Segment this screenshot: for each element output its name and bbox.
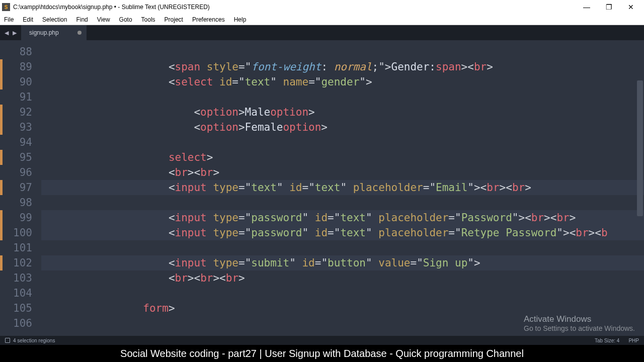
line-number: 88 <box>0 44 32 59</box>
menu-find[interactable]: Find <box>76 16 88 23</box>
code-line[interactable]: <input type="password" id="text" placeho… <box>41 225 644 240</box>
nav-arrows: ◀ ▶ <box>0 25 21 40</box>
line-number: 93 <box>0 120 32 135</box>
minimize-button[interactable]: — <box>576 0 598 14</box>
nav-back-icon[interactable]: ◀ <box>3 29 10 36</box>
close-button[interactable]: ✕ <box>620 0 642 14</box>
window-controls: — ❐ ✕ <box>576 0 642 14</box>
dirty-indicator-icon <box>77 31 82 35</box>
code-line[interactable]: <input type="text" id="text" placeholder… <box>41 180 644 195</box>
code-line[interactable]: select> <box>41 150 644 165</box>
video-caption: Social Website coding - part27 | User Si… <box>0 345 644 362</box>
vertical-scrollbar[interactable] <box>637 80 643 216</box>
line-number: 90 <box>0 74 32 89</box>
maximize-button[interactable]: ❐ <box>598 0 620 14</box>
line-number: 89 <box>0 59 32 74</box>
code-line[interactable]: <input type="password" id="text" placeho… <box>41 210 644 225</box>
code-line[interactable] <box>41 316 644 331</box>
line-number: 94 <box>0 135 32 150</box>
nav-forward-icon[interactable]: ▶ <box>11 29 18 36</box>
line-number: 101 <box>0 240 32 255</box>
status-selection: 4 selection regions <box>13 338 55 343</box>
line-number: 91 <box>0 89 32 105</box>
menu-selection[interactable]: Selection <box>42 16 67 23</box>
code-line[interactable]: <input type="submit" id="button" value="… <box>41 255 644 270</box>
code-line[interactable]: form> <box>41 301 644 316</box>
statusbar: 4 selection regions Tab Size: 4 PHP <box>0 336 644 345</box>
code-line[interactable]: <br><br><br> <box>41 270 644 286</box>
status-tabsize[interactable]: Tab Size: 4 <box>595 338 619 343</box>
line-number: 97 <box>0 180 32 195</box>
code-line[interactable]: <option>Maleoption> <box>41 105 644 120</box>
code-line[interactable] <box>41 286 644 301</box>
tabbar: ◀ ▶ signup.php <box>0 25 644 40</box>
editor: 8889909192939495969798991001011021031041… <box>0 40 644 336</box>
app-icon: S <box>2 3 10 11</box>
menu-help[interactable]: Help <box>234 16 247 23</box>
window-title: C:\xampp\htdocs\mybook\signup.php • - Su… <box>13 4 576 11</box>
code-line[interactable]: <option>Femaleoption> <box>41 120 644 135</box>
line-number: 92 <box>0 105 32 120</box>
menu-file[interactable]: File <box>4 16 14 23</box>
code-line[interactable] <box>41 89 644 105</box>
menu-view[interactable]: View <box>97 16 110 23</box>
line-number: 103 <box>0 270 32 286</box>
code-line[interactable] <box>41 135 644 150</box>
tab-label: signup.php <box>29 29 59 36</box>
code-line[interactable] <box>41 195 644 210</box>
panel-toggle-icon[interactable] <box>5 338 10 343</box>
menu-goto[interactable]: Goto <box>119 16 132 23</box>
tab-signup[interactable]: signup.php <box>21 25 87 40</box>
code-line[interactable] <box>41 44 644 59</box>
line-number: 95 <box>0 150 32 165</box>
menu-tools[interactable]: Tools <box>141 16 155 23</box>
window-titlebar: S C:\xampp\htdocs\mybook\signup.php • - … <box>0 0 644 14</box>
gutter: 8889909192939495969798991001011021031041… <box>0 40 37 336</box>
line-number: 100 <box>0 225 32 240</box>
menu-preferences[interactable]: Preferences <box>192 16 225 23</box>
line-number: 96 <box>0 165 32 180</box>
line-number: 102 <box>0 255 32 270</box>
menu-edit[interactable]: Edit <box>23 16 33 23</box>
line-number: 104 <box>0 286 32 301</box>
menubar: File Edit Selection Find View Goto Tools… <box>0 14 644 25</box>
menu-project[interactable]: Project <box>165 16 183 23</box>
code-line[interactable] <box>41 240 644 255</box>
line-number: 99 <box>0 210 32 225</box>
code-line[interactable]: <select id="text" name="gender"> <box>41 74 644 89</box>
status-language[interactable]: PHP <box>628 338 639 343</box>
code-line[interactable]: <br><br> <box>41 165 644 180</box>
line-number: 106 <box>0 316 32 331</box>
line-number: 105 <box>0 301 32 316</box>
line-number: 98 <box>0 195 32 210</box>
code-line[interactable]: <span style="font-weight: normal;">Gende… <box>41 59 644 74</box>
code-area[interactable]: <span style="font-weight: normal;">Gende… <box>37 40 644 336</box>
